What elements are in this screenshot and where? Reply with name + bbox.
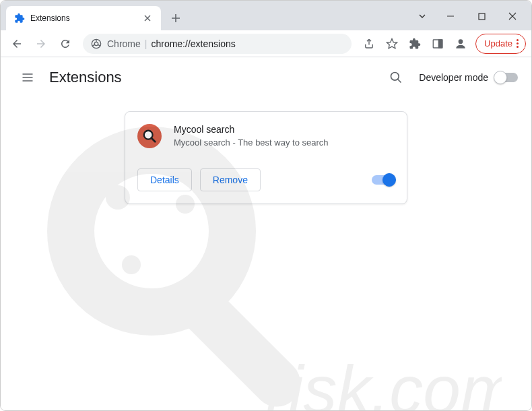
chrome-icon [91, 38, 102, 49]
address-bar[interactable]: Chrome | chrome://extensions [83, 34, 352, 54]
svg-rect-0 [479, 13, 485, 20]
addr-url: chrome://extensions [151, 38, 235, 49]
remove-button[interactable]: Remove [200, 168, 261, 191]
browser-tab[interactable]: Extensions [6, 6, 161, 30]
developer-mode: Developer mode [419, 72, 518, 83]
svg-point-15 [122, 255, 141, 274]
details-button[interactable]: Details [137, 168, 192, 191]
bookmark-icon[interactable] [381, 33, 403, 55]
update-label: Update [484, 38, 512, 49]
svg-rect-12 [172, 278, 310, 411]
svg-line-10 [152, 138, 156, 142]
page-header: Extensions Developer mode [1, 57, 531, 98]
browser-toolbar: Chrome | chrome://extensions Update [1, 30, 531, 57]
close-icon[interactable] [142, 13, 153, 24]
card-footer: Details Remove [125, 160, 407, 203]
page-title: Extensions [49, 69, 122, 86]
toolbar-actions: Update [358, 33, 526, 55]
extension-toggle[interactable] [372, 175, 395, 185]
addr-chip: Chrome [107, 38, 141, 49]
window-controls [411, 6, 531, 26]
svg-point-2 [94, 42, 98, 45]
extension-description: Mycool search - The best way to search [174, 137, 395, 148]
svg-rect-5 [439, 40, 442, 48]
new-tab-button[interactable] [166, 9, 185, 28]
svg-point-7 [391, 73, 399, 81]
menu-button[interactable] [14, 64, 41, 91]
close-button[interactable] [499, 6, 526, 26]
update-button[interactable]: Update [475, 34, 526, 54]
svg-point-6 [459, 39, 463, 44]
share-icon[interactable] [358, 33, 380, 55]
maximize-button[interactable] [468, 6, 495, 26]
search-button[interactable] [384, 65, 408, 90]
extension-info: Mycool search Mycool search - The best w… [174, 124, 395, 148]
minimize-button[interactable] [437, 6, 464, 26]
page-content: Extensions Developer mode Mycool search … [1, 57, 531, 411]
svg-line-8 [398, 80, 401, 83]
card-body: Mycool search Mycool search - The best w… [125, 112, 407, 160]
profile-icon[interactable] [450, 33, 471, 55]
menu-dots-icon [517, 39, 519, 48]
extension-name: Mycool search [174, 124, 395, 135]
tab-title: Extensions [30, 13, 142, 23]
titlebar: Extensions [1, 1, 531, 30]
developer-mode-toggle[interactable] [495, 73, 518, 82]
extension-card: Mycool search Mycool search - The best w… [125, 111, 407, 204]
back-button[interactable] [6, 33, 28, 55]
puzzle-icon [14, 13, 25, 24]
developer-mode-label: Developer mode [419, 72, 488, 83]
header-actions: Developer mode [384, 65, 518, 90]
reload-button[interactable] [55, 33, 76, 55]
extension-icon [137, 124, 162, 148]
forward-button[interactable] [30, 33, 52, 55]
extensions-grid: Mycool search Mycool search - The best w… [1, 98, 531, 218]
extensions-icon[interactable] [404, 33, 426, 55]
side-panel-icon[interactable] [427, 33, 448, 55]
address-text: Chrome | chrome://extensions [107, 38, 236, 49]
tab-strip: Extensions [1, 6, 411, 30]
chevron-down-icon[interactable] [411, 6, 433, 26]
svg-text:risk.com: risk.com [266, 352, 502, 411]
